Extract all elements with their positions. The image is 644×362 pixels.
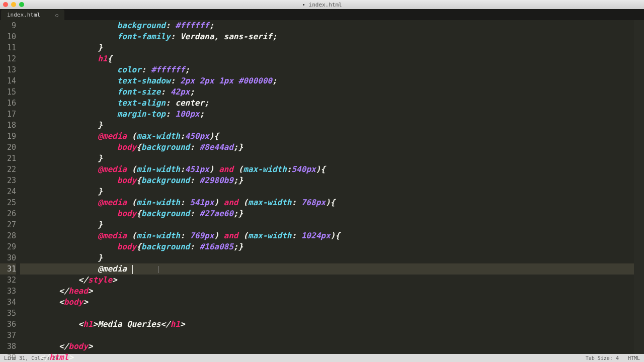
line-number-gutter: 9101112131415161718192021222324252627282… [0,20,20,354]
line-number: 16 [0,98,16,109]
code-line[interactable]: @media (min-width:451px) and (max-width:… [20,164,634,175]
line-number: 11 [0,42,16,53]
line-number: 13 [0,64,16,75]
line-number: 12 [0,53,16,64]
code-line[interactable]: background: #ffffff; [20,20,634,31]
code-line[interactable]: <h1>Media Queries</h1> [20,319,634,330]
line-number: 18 [0,120,16,131]
line-number: 25 [0,197,16,208]
line-number: 21 [0,153,16,164]
traffic-lights [3,2,24,7]
code-line[interactable] [20,308,634,319]
code-line[interactable]: font-size: 42px; [20,86,634,98]
minimap[interactable] [634,20,644,354]
minimize-icon[interactable] [11,2,16,7]
tab-bar: index.html ○ [0,9,644,20]
code-line[interactable]: } [20,219,634,230]
code-line[interactable]: </head> [20,286,634,297]
line-number: 20 [0,142,16,153]
code-line[interactable]: } [20,42,634,53]
line-number: 36 [0,319,16,330]
code-line[interactable]: body{background: #2980b9;} [20,175,634,186]
code-line[interactable]: </style> [20,275,634,286]
line-number: 27 [0,219,16,230]
line-number: 19 [0,131,16,142]
line-number: 30 [0,252,16,263]
editor: 9101112131415161718192021222324252627282… [0,20,644,354]
code-line[interactable]: @media [20,263,634,275]
code-line[interactable]: color: #ffffff; [20,64,634,75]
line-number: 38 [0,341,16,352]
window-title: • index.html [302,2,342,8]
code-line[interactable] [20,330,634,341]
code-line[interactable]: </html> [20,352,634,362]
line-number: 14 [0,75,16,86]
code-line[interactable]: font-family: Verdana, sans-serif; [20,31,634,42]
code-line[interactable]: <body> [20,297,634,308]
window-titlebar: • index.html [0,0,644,9]
code-line[interactable]: text-shadow: 2px 2px 1px #000000; [20,75,634,86]
tab-label: index.html [7,12,40,18]
text-cursor [132,265,133,274]
line-number: 23 [0,175,16,186]
line-number: 31 [0,263,16,275]
line-number: 9 [0,20,16,31]
tab-modified-icon: ○ [55,13,58,18]
code-line[interactable]: </body> [20,341,634,352]
code-line[interactable]: body{background: #27ae60;} [20,208,634,219]
line-number: 10 [0,31,16,42]
code-line[interactable]: } [20,252,634,263]
line-number: 24 [0,186,16,197]
code-line[interactable]: @media (min-width: 541px) and (max-width… [20,197,634,208]
line-number: 32 [0,275,16,286]
code-line[interactable]: } [20,120,634,131]
code-line[interactable]: body{background: #16a085;} [20,241,634,252]
close-icon[interactable] [3,2,8,7]
code-line[interactable]: @media (min-width: 769px) and (max-width… [20,230,634,241]
line-number: 34 [0,297,16,308]
code-area[interactable]: background: #ffffff; font-family: Verdan… [20,20,634,354]
code-line[interactable]: text-align: center; [20,98,634,109]
maximize-icon[interactable] [19,2,24,7]
line-number: 26 [0,208,16,219]
line-number: 17 [0,109,16,120]
code-line[interactable]: } [20,153,634,164]
code-line[interactable]: margin-top: 100px; [20,109,634,120]
secondary-caret [158,266,158,273]
line-number: 37 [0,330,16,341]
tab-index-html[interactable]: index.html ○ [1,10,64,20]
line-number: 22 [0,164,16,175]
code-line[interactable]: h1{ [20,53,634,64]
code-line[interactable]: } [20,186,634,197]
line-number: 15 [0,86,16,98]
line-number: 29 [0,241,16,252]
line-number: 28 [0,230,16,241]
code-line[interactable]: @media (max-width:450px){ [20,131,634,142]
line-number: 33 [0,286,16,297]
code-line[interactable]: body{background: #8e44ad;} [20,142,634,153]
line-number: 35 [0,308,16,319]
